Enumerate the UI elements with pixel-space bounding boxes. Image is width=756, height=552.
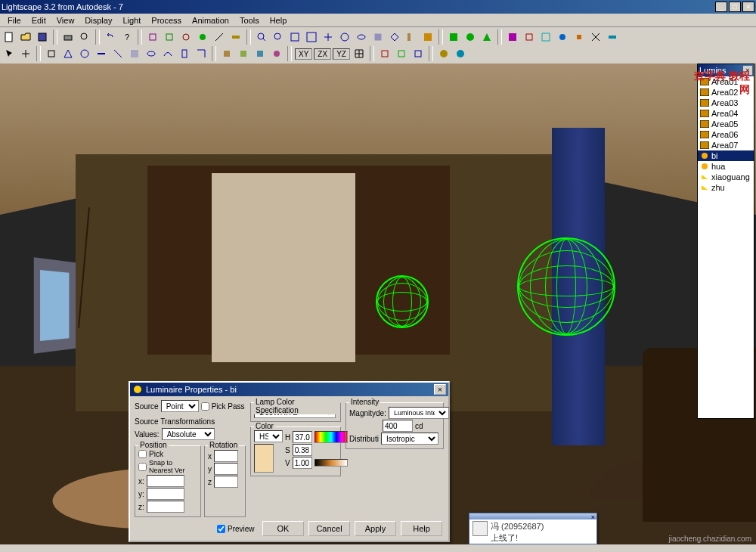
render-a-icon[interactable] [446, 29, 461, 45]
lumins-item-bi[interactable]: bi [698, 150, 754, 161]
hue-spectrum[interactable] [314, 431, 348, 443]
help-button[interactable]: Help [401, 521, 442, 536]
dialog-close-icon[interactable]: × [434, 384, 446, 395]
color-mode-select[interactable]: HSV [254, 430, 283, 442]
shape-a-icon[interactable] [44, 46, 59, 61]
ext-a-icon[interactable] [377, 46, 392, 61]
ext-c-icon[interactable] [411, 46, 426, 61]
menu-edit[interactable]: Edit [27, 15, 51, 26]
pos-y-input[interactable] [147, 488, 184, 500]
edit-a-icon[interactable] [219, 46, 234, 61]
save-icon[interactable] [35, 29, 50, 45]
axis-zx-button[interactable]: ZX [314, 48, 331, 60]
v-input[interactable] [293, 457, 312, 469]
rot-y-input[interactable] [214, 463, 238, 475]
distribution-select[interactable]: Isotropic [381, 433, 438, 445]
axis-grid-icon[interactable] [352, 46, 367, 61]
undo-icon[interactable] [103, 29, 118, 45]
source-select[interactable]: Point [161, 400, 199, 412]
snap-checkbox[interactable] [138, 463, 147, 471]
dialog-title-bar[interactable]: Luminaire Properties - bi × [130, 383, 448, 396]
select-icon[interactable] [2, 46, 17, 61]
view-a-icon[interactable] [370, 29, 386, 45]
notif-close-icon[interactable]: × [591, 513, 595, 519]
lumins-item-area05[interactable]: Area05 [698, 119, 754, 129]
shape-j-icon[interactable] [194, 46, 209, 61]
misc-a-icon[interactable] [505, 29, 520, 45]
notification-popup[interactable]: × 冯 (20952687) 上线了! 关注 设置 [469, 513, 597, 544]
menu-animation[interactable]: Animation [187, 15, 234, 26]
color-swatch[interactable] [254, 444, 274, 473]
new-icon[interactable] [2, 29, 17, 45]
misc-c-icon[interactable] [538, 29, 553, 45]
ext-d-icon[interactable] [436, 46, 451, 61]
tool-d-icon[interactable] [195, 29, 210, 45]
s-input[interactable] [293, 444, 312, 456]
misc-g-icon[interactable] [605, 29, 620, 45]
value-gradient[interactable] [314, 459, 348, 467]
pick-pass-checkbox[interactable] [201, 402, 209, 411]
menu-file[interactable]: File [3, 15, 26, 26]
view-c-icon[interactable] [404, 29, 419, 45]
maximize-button[interactable]: □ [729, 2, 741, 12]
apply-button[interactable]: Apply [355, 521, 396, 536]
magnitude-input[interactable] [383, 420, 413, 432]
menu-view[interactable]: View [52, 15, 79, 26]
pan-icon[interactable] [321, 29, 336, 45]
menu-display[interactable]: Display [80, 15, 116, 26]
zoom-all-icon[interactable] [304, 29, 319, 45]
rot-x-input[interactable] [214, 450, 238, 462]
shape-e-icon[interactable] [110, 46, 125, 61]
notif-title-bar[interactable]: × [469, 513, 596, 519]
magnitude-type-select[interactable]: Luminous Intensity [389, 407, 449, 419]
zoom-in-icon[interactable] [254, 29, 269, 45]
render-b-icon[interactable] [463, 29, 478, 45]
luminaire-wireframe-1[interactable] [376, 275, 429, 328]
shape-d-icon[interactable] [94, 46, 109, 61]
tool-c-icon[interactable] [178, 29, 194, 45]
lumins-item-zhu[interactable]: zhu [698, 182, 754, 193]
menu-light[interactable]: Light [118, 15, 145, 26]
shape-i-icon[interactable] [177, 46, 192, 61]
print-icon[interactable] [60, 29, 76, 45]
tool-b-icon[interactable] [162, 29, 177, 45]
misc-b-icon[interactable] [522, 29, 537, 45]
move-icon[interactable] [18, 46, 33, 61]
zoom-out-icon[interactable] [271, 29, 286, 45]
view-d-icon[interactable] [420, 29, 435, 45]
tool-f-icon[interactable] [228, 29, 243, 45]
edit-c-icon[interactable] [253, 46, 268, 61]
lumins-item-area07[interactable]: Area07 [698, 140, 754, 150]
tool-a-icon[interactable] [145, 29, 160, 45]
ext-b-icon[interactable] [394, 46, 409, 61]
preview-icon[interactable] [77, 29, 92, 45]
luminaire-wireframe-2[interactable] [517, 237, 615, 336]
axis-yz-button[interactable]: YZ [333, 48, 350, 60]
orbit-icon[interactable] [354, 29, 369, 45]
zoom-fit-icon[interactable] [287, 29, 302, 45]
lumins-item-area04[interactable]: Area04 [698, 108, 754, 119]
luminaire-properties-dialog[interactable]: Luminaire Properties - bi × Source Point… [129, 381, 450, 542]
view-b-icon[interactable] [387, 29, 402, 45]
tool-e-icon[interactable] [212, 29, 227, 45]
edit-b-icon[interactable] [236, 46, 251, 61]
ext-e-icon[interactable] [453, 46, 468, 61]
menu-tools[interactable]: Tools [235, 15, 264, 26]
render-c-icon[interactable] [479, 29, 494, 45]
help-icon[interactable]: ? [119, 29, 135, 45]
lumins-item-hua[interactable]: hua [698, 161, 754, 172]
lumins-item-area03[interactable]: Area03 [698, 98, 754, 108]
edit-d-icon[interactable] [269, 46, 284, 61]
pos-z-input[interactable] [147, 501, 184, 513]
close-button[interactable]: × [742, 2, 754, 12]
misc-f-icon[interactable] [588, 29, 603, 45]
rot-z-input[interactable] [214, 476, 238, 488]
axis-xy-button[interactable]: XY [295, 48, 312, 60]
misc-e-icon[interactable] [572, 29, 587, 45]
menu-process[interactable]: Process [147, 15, 186, 26]
viewport-3d[interactable]: Lumins × Area01 Area02 Area03 Area04 Are… [0, 64, 756, 544]
lumins-panel[interactable]: Lumins × Area01 Area02 Area03 Area04 Are… [697, 64, 754, 419]
pos-x-input[interactable] [147, 475, 184, 487]
menu-help[interactable]: Help [265, 15, 292, 26]
shape-g-icon[interactable] [144, 46, 159, 61]
